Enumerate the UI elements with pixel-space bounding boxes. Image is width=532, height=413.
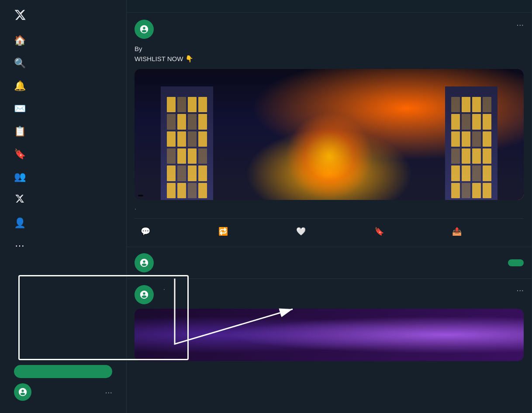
tweet-views-sep: · — [135, 205, 136, 212]
main-content: ··· By WISHLIST NOW 👇 — [127, 0, 532, 413]
tweet2-thumbnail — [135, 309, 524, 361]
sidebar-logo[interactable] — [7, 3, 119, 28]
user-avatar — [14, 383, 31, 401]
sidebar-item-more[interactable]: ⋯ — [7, 235, 119, 257]
account-more-icon: ··· — [105, 387, 112, 397]
reply-user-avatar — [135, 253, 154, 272]
tweet2-header: · ··· — [135, 285, 524, 304]
tweet2-more-button[interactable]: ··· — [516, 285, 524, 295]
page-header — [127, 0, 532, 13]
tweet-metadata: · — [135, 205, 524, 212]
tweet-by-prefix: By — [135, 45, 142, 52]
tweet-video-thumbnail — [135, 69, 524, 200]
tweet-header: ··· — [135, 20, 524, 39]
center-glow — [286, 113, 373, 200]
building-windows-right — [449, 95, 493, 200]
post-button[interactable] — [14, 365, 112, 378]
main-tweet: ··· By WISHLIST NOW 👇 — [127, 13, 532, 247]
sidebar: 🏠 🔍 🔔 ✉️ 📋 🔖 👥 — [0, 0, 127, 413]
comment-icon: 💬 — [141, 227, 150, 236]
reply-area — [127, 247, 532, 279]
sidebar-item-bookmarks[interactable]: 🔖 — [7, 143, 119, 165]
sidebar-item-communities[interactable]: 👥 — [7, 166, 119, 188]
tweet2-author-row: · — [159, 285, 511, 293]
retweet-icon: 🔁 — [218, 227, 228, 236]
premium-icon — [14, 194, 25, 206]
sidebar-item-lists[interactable]: 📋 — [7, 120, 119, 142]
bookmark-icon: 🔖 — [14, 148, 25, 160]
comment-button[interactable]: 💬 — [135, 223, 212, 240]
tweet-text-line6: WISHLIST NOW 👇 — [135, 54, 524, 64]
reply-submit-button[interactable] — [508, 259, 524, 266]
sidebar-nav: 🏠 🔍 🔔 ✉️ 📋 🔖 👥 — [7, 30, 119, 358]
sidebar-item-home[interactable]: 🏠 — [7, 30, 119, 52]
heart-icon: 🤍 — [296, 227, 306, 236]
home-icon: 🏠 — [14, 35, 25, 46]
sidebar-item-messages[interactable]: ✉️ — [7, 98, 119, 120]
sidebar-item-notifications[interactable]: 🔔 — [7, 75, 119, 97]
like-button[interactable]: 🤍 — [290, 223, 368, 240]
tweet-wishlist-prefix: WISHLIST NOW 👇 — [135, 55, 193, 62]
video-duration-badge — [138, 195, 143, 196]
building-right — [445, 86, 497, 200]
list-icon: 📋 — [14, 126, 25, 137]
share-button[interactable]: 📤 — [446, 223, 524, 240]
tweet-text-line5: By — [135, 44, 524, 54]
retweet-button[interactable]: 🔁 — [212, 223, 290, 240]
tweet-more-button[interactable]: ··· — [516, 20, 524, 30]
sidebar-item-profile[interactable]: 👤 — [7, 212, 119, 234]
building-windows-left — [165, 95, 209, 200]
share-icon: 📤 — [452, 227, 462, 236]
sidebar-item-premium[interactable] — [7, 189, 119, 211]
tweet-actions-bar: 💬 🔁 🤍 🔖 📤 — [135, 218, 524, 240]
bell-icon: 🔔 — [14, 80, 25, 92]
tweet-media[interactable] — [135, 69, 524, 200]
building-left — [161, 86, 213, 200]
profile-icon: 👤 — [14, 217, 25, 229]
tweet2-date: · — [163, 286, 165, 293]
search-icon: 🔍 — [14, 58, 25, 69]
communities-icon: 👥 — [14, 171, 25, 182]
more-icon: ⋯ — [14, 240, 25, 251]
mail-icon: ✉️ — [14, 103, 25, 114]
tweet-author-avatar[interactable] — [135, 20, 154, 39]
save-icon: 🔖 — [374, 227, 384, 236]
sidebar-item-explore[interactable]: 🔍 — [7, 52, 119, 74]
x-logo-icon — [14, 9, 26, 21]
tweet2-media[interactable] — [135, 309, 524, 361]
second-tweet: · ··· — [127, 279, 532, 367]
user-account-button[interactable]: ··· — [7, 378, 119, 406]
tweet-body: By WISHLIST NOW 👇 — [135, 44, 524, 64]
tweet2-author-avatar[interactable] — [135, 285, 154, 304]
bookmark-button[interactable]: 🔖 — [368, 223, 446, 240]
